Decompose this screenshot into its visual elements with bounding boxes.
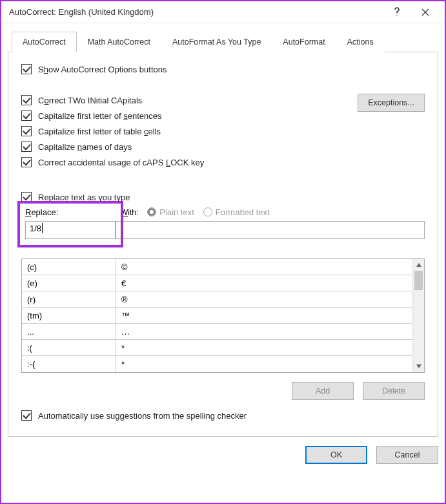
label-capslock: Correct accidental usage of cAPS LOCK ke… <box>38 158 204 167</box>
tab-math-autocorrect[interactable]: Math AutoCorrect <box>77 32 161 52</box>
radio-plain-text: Plain text <box>147 207 194 217</box>
scroll-thumb[interactable] <box>414 271 423 290</box>
list-row[interactable]: (e)€ <box>22 275 412 291</box>
replace-input[interactable]: 1/8 <box>25 221 116 239</box>
ok-button[interactable]: OK <box>305 446 367 464</box>
label-replace-type: Replace text as you type <box>38 193 130 202</box>
list-scrollbar[interactable] <box>412 259 424 372</box>
label-show-options: Show AutoCorrect Options buttons <box>38 65 167 74</box>
tab-autocorrect[interactable]: AutoCorrect <box>12 32 77 52</box>
checkbox-two-initial[interactable] <box>21 95 32 105</box>
checkbox-first-sentence[interactable] <box>21 110 32 121</box>
tab-actions[interactable]: Actions <box>336 32 385 52</box>
checkbox-capslock[interactable] <box>21 157 32 167</box>
dialog-title: AutoCorrect: English (United Kingdom) <box>9 7 383 17</box>
label-first-sentence: Capitalize first letter of sentences <box>38 111 161 121</box>
tab-autoformat[interactable]: AutoFormat <box>272 32 336 52</box>
list-row[interactable]: ...… <box>22 324 412 340</box>
cancel-button[interactable]: Cancel <box>376 446 438 464</box>
close-button[interactable] <box>411 3 440 22</box>
checkbox-auto-suggest[interactable] <box>21 410 32 421</box>
delete-button[interactable]: Delete <box>363 382 425 400</box>
list-row[interactable]: :(* <box>22 340 412 356</box>
replace-label: Replace: <box>25 207 116 217</box>
list-row[interactable]: (r)® <box>22 291 412 308</box>
scroll-up-icon[interactable] <box>413 259 424 271</box>
exceptions-button[interactable]: Exceptions... <box>358 94 425 112</box>
tabstrip: AutoCorrect Math AutoCorrect AutoFormat … <box>8 31 438 52</box>
radio-formatted-text: Formatted text <box>203 207 270 217</box>
autocorrect-list[interactable]: (c)© (e)€ (r)® (tm)™ ...… :(* :-(* <box>21 258 425 373</box>
label-auto-suggest: Automatically use suggestions from the s… <box>38 411 247 421</box>
label-two-initial: Correct TWo INitial CApitals <box>38 96 142 105</box>
list-row[interactable]: (tm)™ <box>22 308 412 324</box>
list-row[interactable]: :-(* <box>22 356 412 372</box>
help-button[interactable] <box>383 3 411 22</box>
scroll-down-icon[interactable] <box>413 361 424 372</box>
tab-autoformat-type[interactable]: AutoFormat As You Type <box>161 32 272 52</box>
add-button[interactable]: Add <box>292 382 354 400</box>
checkbox-replace-type[interactable] <box>21 192 32 202</box>
with-label: With: <box>121 208 138 217</box>
list-row[interactable]: (c)© <box>22 259 412 275</box>
label-first-table: Capitalize first letter of table cells <box>38 127 161 136</box>
checkbox-days[interactable] <box>21 142 32 152</box>
checkbox-first-table[interactable] <box>21 126 32 136</box>
with-input[interactable] <box>116 221 425 239</box>
checkbox-show-options[interactable] <box>21 64 32 74</box>
label-days: Capitalize names of days <box>38 142 132 152</box>
